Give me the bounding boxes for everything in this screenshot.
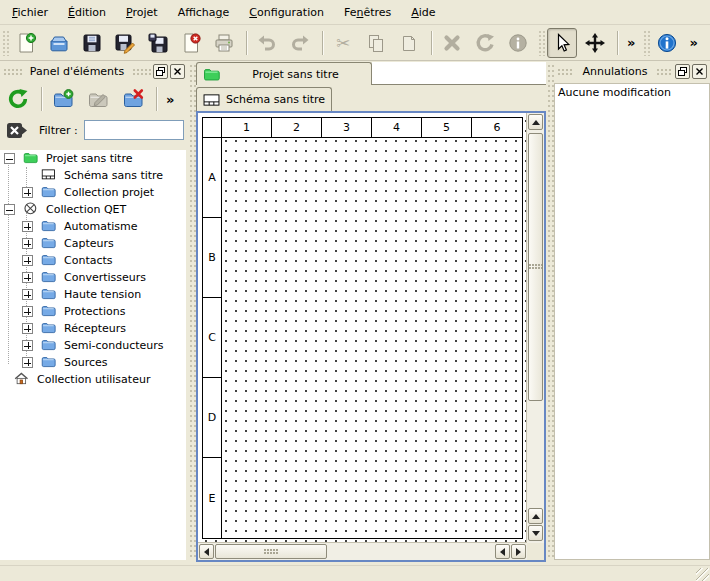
cut-button[interactable]: ✂ (328, 28, 358, 58)
save-button[interactable] (77, 28, 107, 58)
open-file-button[interactable] (44, 28, 74, 58)
tree-item-schema-sans-titre[interactable]: Schéma sans titre (0, 167, 186, 184)
tree-item-semi-conducteurs[interactable]: Semi-conducteurs (0, 337, 186, 354)
print-button[interactable] (209, 28, 239, 58)
float-icon (156, 67, 165, 76)
save-as-button[interactable] (110, 28, 140, 58)
scrollbar-corner (527, 543, 544, 560)
folder-delete-button[interactable] (117, 83, 149, 115)
tree-expander-plus[interactable] (22, 323, 33, 334)
right-splitter[interactable] (546, 62, 554, 560)
tree-item-protections[interactable]: Protections (0, 303, 186, 320)
tree-expander-plus[interactable] (22, 357, 33, 368)
home-icon (14, 371, 32, 389)
folder-edit-button[interactable] (82, 83, 114, 115)
toolbar-handle[interactable] (538, 30, 545, 56)
dock-grip-texture (557, 68, 574, 75)
clear-filter-button[interactable] (4, 118, 30, 142)
size-grip[interactable] (696, 568, 709, 581)
tree-item-haute-tension[interactable]: Haute tension (0, 286, 186, 303)
rotate-icon (474, 32, 496, 54)
tree-item-sources[interactable]: Sources (0, 354, 186, 371)
menu-edition[interactable]: Édition (60, 3, 114, 22)
scroll-left-button-2[interactable] (495, 544, 510, 559)
tree-expander-plus[interactable] (22, 255, 33, 266)
tree-expander-plus[interactable] (22, 272, 33, 283)
tree-item-convertisseurs[interactable]: Convertisseurs (0, 269, 186, 286)
vertical-scrollbar[interactable] (526, 113, 544, 543)
close-panel-button[interactable] (170, 64, 185, 79)
info-gray-button[interactable] (503, 28, 533, 58)
menu-configuration[interactable]: Configuration (241, 3, 332, 22)
tree-expander-plus[interactable] (22, 187, 33, 198)
menu-fichier[interactable]: Fichier (4, 3, 56, 22)
close-file-button[interactable] (176, 28, 206, 58)
column-header-2: 2 (272, 118, 322, 138)
copy-icon (365, 32, 387, 54)
tree-expander-plus[interactable] (22, 238, 33, 249)
float-panel-button[interactable] (153, 64, 168, 79)
tree-expander-plus[interactable] (22, 306, 33, 317)
toolbar-overflow-button[interactable]: » (685, 35, 701, 50)
close-panel-button[interactable] (692, 64, 707, 79)
tree-item-capteurs[interactable]: Capteurs (0, 235, 186, 252)
tree-item-collection-projet[interactable]: Collection projet (0, 184, 186, 201)
toolbar-overflow-button[interactable]: » (162, 92, 178, 107)
undo-history-list[interactable]: Aucune modification (554, 83, 710, 560)
tree-item-collection-qet[interactable]: Collection QET (0, 201, 186, 218)
rotate-button[interactable] (470, 28, 500, 58)
scroll-up-button[interactable] (528, 114, 543, 130)
paste-button[interactable] (394, 28, 424, 58)
scroll-up-button-2[interactable] (528, 508, 543, 524)
tree-item-label: Semi-conducteurs (64, 337, 164, 354)
horizontal-scrollbar[interactable] (198, 542, 527, 560)
undo-panel: Annulations Aucune modification (554, 62, 710, 560)
menu-affichage[interactable]: Affichage (170, 3, 238, 22)
tree-expander-minus[interactable] (4, 204, 15, 215)
redo-button[interactable] (285, 28, 315, 58)
reload-button[interactable] (2, 83, 34, 115)
undo-button[interactable] (252, 28, 282, 58)
tree-expander-plus[interactable] (22, 340, 33, 351)
save-all-button[interactable] (143, 28, 173, 58)
new-file-button[interactable] (11, 28, 41, 58)
svg-text:✂: ✂ (336, 33, 350, 53)
scroll-left-button[interactable] (199, 544, 214, 559)
tree-expander-minus[interactable] (4, 153, 15, 164)
scroll-down-button[interactable] (528, 525, 543, 541)
left-splitter[interactable] (188, 62, 196, 560)
move-mode-button[interactable] (580, 28, 610, 58)
toolbar-overflow-button[interactable]: » (623, 35, 639, 50)
tree-expander-plus[interactable] (22, 221, 33, 232)
scroll-right-button[interactable] (511, 544, 526, 559)
delete-button[interactable] (437, 28, 467, 58)
filter-input[interactable] (84, 120, 184, 140)
copy-button[interactable] (361, 28, 391, 58)
menu-fenetres[interactable]: Fenêtres (336, 3, 399, 22)
info-blue-button[interactable] (652, 28, 682, 58)
tree-expander-plus[interactable] (22, 289, 33, 300)
toolbar-handle[interactable] (2, 30, 9, 56)
tree-item-automatisme[interactable]: Automatisme (0, 218, 186, 235)
select-arrow-button[interactable] (547, 28, 577, 58)
toolbar-handle[interactable] (643, 30, 650, 56)
tree-item-contacts[interactable]: Contacts (0, 252, 186, 269)
undo-list-item[interactable]: Aucune modification (555, 84, 709, 101)
project-tab[interactable]: Projet sans titre (196, 62, 372, 85)
schema-tab[interactable]: Schéma sans titre (196, 87, 332, 111)
filter-label: Filtrer : (39, 124, 78, 137)
horizontal-scroll-thumb[interactable] (215, 544, 327, 559)
diagram-scene[interactable]: 123456ABCDE (198, 113, 527, 543)
tabbar-empty-area (372, 62, 546, 85)
dock-grip-texture (656, 68, 673, 75)
tree-item-recepteurs[interactable]: Récepteurs (0, 320, 186, 337)
tree-item-collection-utilisateur[interactable]: Collection utilisateur (0, 371, 186, 388)
reload-icon (7, 88, 29, 110)
vertical-scroll-thumb[interactable] (528, 133, 543, 401)
menu-projet[interactable]: Projet (118, 3, 166, 22)
tree-item-projet-sans-titre[interactable]: Projet sans titre (0, 150, 186, 167)
save-icon (81, 32, 103, 54)
folder-new-button[interactable] (47, 83, 79, 115)
float-panel-button[interactable] (675, 64, 690, 79)
menu-aide[interactable]: Aide (403, 3, 443, 22)
